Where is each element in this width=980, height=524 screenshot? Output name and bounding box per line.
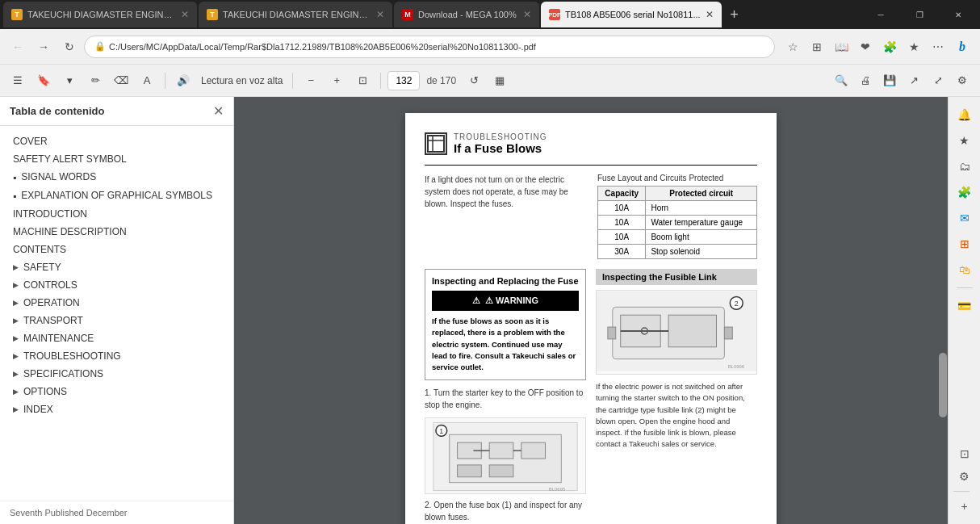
fit-page-button[interactable]: ⊡ bbox=[351, 69, 374, 92]
collections-button[interactable]: ❤ bbox=[854, 36, 877, 58]
star-button[interactable]: ☆ bbox=[781, 36, 804, 58]
eraser-button[interactable]: ⌫ bbox=[110, 69, 132, 92]
back-button[interactable]: ← bbox=[6, 36, 29, 58]
view-mode-button[interactable]: ▦ bbox=[488, 69, 511, 92]
step-2-text: Open the fuse box (1) and inspect for an… bbox=[425, 501, 582, 522]
toc-item-introduction[interactable]: INTRODUCTION bbox=[0, 205, 233, 223]
toc-item-operation[interactable]: ▶ OPERATION bbox=[0, 294, 233, 312]
toc-footer: Seventh Published December bbox=[0, 501, 233, 524]
toc-item-controls[interactable]: ▶ CONTROLS bbox=[0, 276, 233, 294]
sidebar-header: Tabla de contenido ✕ bbox=[0, 97, 233, 126]
minimize-button[interactable]: ─ bbox=[862, 0, 899, 29]
toc-item-index[interactable]: ▶ INDEX bbox=[0, 400, 233, 418]
toc-item-safety[interactable]: ▶ SAFETY bbox=[0, 258, 233, 276]
rs-notifications-icon[interactable]: 🔔 bbox=[953, 103, 976, 126]
rs-office-icon[interactable]: ⊞ bbox=[953, 233, 976, 255]
warning-label: ⚠ WARNING bbox=[485, 296, 538, 306]
zoom-out-button[interactable]: − bbox=[299, 69, 322, 92]
toc-item-contents[interactable]: CONTENTS bbox=[0, 241, 233, 258]
toc-safety-chevron: ▶ bbox=[13, 263, 19, 271]
rs-wallet-icon[interactable]: 💳 bbox=[953, 295, 976, 317]
rs-settings-icon[interactable]: ⚙ bbox=[953, 465, 976, 488]
reader-mode-button[interactable]: 📖 bbox=[830, 36, 852, 58]
fullscreen-button[interactable]: ⤢ bbox=[927, 69, 949, 92]
edge-copilot-button[interactable]: b bbox=[951, 36, 974, 58]
rs-split-screen-icon[interactable]: ⊡ bbox=[953, 442, 976, 465]
fuse-col-capacity: Capacity bbox=[598, 187, 646, 201]
favorites-button[interactable]: ★ bbox=[903, 36, 925, 58]
fuse-circuit-2: Water temperature gauge bbox=[646, 216, 757, 230]
fuse-capacity-1: 10A bbox=[598, 201, 646, 216]
fuse-capacity-4: 30A bbox=[598, 245, 646, 259]
rotate-button[interactable]: ↺ bbox=[463, 69, 485, 92]
toc-item-explanation[interactable]: EXPLANATION OF GRAPHICAL SYMBOLS bbox=[0, 187, 233, 205]
toc-item-maintenance[interactable]: ▶ MAINTENANCE bbox=[0, 329, 233, 347]
toc-item-options[interactable]: ▶ OPTIONS bbox=[0, 383, 233, 400]
step-1-num: 1. bbox=[425, 388, 433, 397]
bookmark-button[interactable]: 🔖 bbox=[32, 69, 55, 92]
right-sidebar: 🔔 ★ 🗂 🧩 ✉ ⊞ 🛍 💳 ⊡ ⚙ + bbox=[948, 97, 980, 524]
toolbar-separator-3 bbox=[380, 73, 381, 89]
refresh-button[interactable]: ↻ bbox=[58, 36, 81, 58]
scrollbar-thumb[interactable] bbox=[939, 353, 947, 417]
draw-button[interactable]: ✏ bbox=[84, 69, 107, 92]
tab-4-close[interactable]: ✕ bbox=[706, 9, 714, 20]
toc-item-troubleshooting[interactable]: ▶ TROUBLESHOOTING bbox=[0, 347, 233, 365]
intro-paragraph: If a light does not turn on or the elect… bbox=[425, 174, 584, 210]
page-header-icon bbox=[425, 132, 447, 155]
rs-shopping-icon[interactable]: 🛍 bbox=[953, 258, 976, 281]
address-input[interactable]: 🔒 C:/Users/MC/AppData/Local/Temp/Rar$Dla… bbox=[84, 36, 775, 58]
tab-3[interactable]: M Download - MEGA 100% ✕ bbox=[394, 2, 539, 27]
toc-maintenance-chevron: ▶ bbox=[13, 334, 19, 342]
extensions-button[interactable]: 🧩 bbox=[878, 36, 901, 58]
menu-button[interactable]: ☰ bbox=[6, 69, 29, 92]
tab-3-favicon: M bbox=[402, 9, 413, 20]
fuse-col-circuit: Protected circuit bbox=[646, 187, 757, 201]
toc-item-transport[interactable]: ▶ TRANSPORT bbox=[0, 312, 233, 329]
toc-item-safety-alert[interactable]: SAFETY ALERT SYMBOL bbox=[0, 150, 233, 168]
tab-3-close[interactable]: ✕ bbox=[523, 9, 531, 20]
search-pdf-button[interactable]: 🔍 bbox=[830, 69, 852, 92]
tab-2-close[interactable]: ✕ bbox=[376, 9, 384, 20]
forward-button[interactable]: → bbox=[32, 36, 55, 58]
reading-label: Lectura en voz alta bbox=[198, 75, 286, 86]
toc-item-cover[interactable]: COVER bbox=[0, 132, 233, 150]
zoom-in-button[interactable]: + bbox=[325, 69, 348, 92]
tab-2[interactable]: T TAKEUCHI DIAGMASTER ENGINE... ✕ bbox=[199, 2, 392, 27]
pdf-viewer[interactable]: TROUBLESHOOTING If a Fuse Blows If a lig… bbox=[234, 97, 948, 524]
toc-item-signal-words[interactable]: SIGNAL WORDS bbox=[0, 168, 233, 187]
fuse-table: Capacity Protected circuit 10A Horn bbox=[597, 186, 757, 259]
rs-add-icon[interactable]: + bbox=[953, 495, 976, 518]
fuse-circuit-1: Horn bbox=[646, 201, 757, 216]
scrollbar-track[interactable] bbox=[938, 97, 948, 524]
sidebar-close-button[interactable]: ✕ bbox=[213, 103, 224, 119]
bookmark-dropdown[interactable]: ▾ bbox=[58, 69, 81, 92]
tab-1-close[interactable]: ✕ bbox=[181, 9, 189, 20]
tab-groups-button[interactable]: ⊞ bbox=[806, 36, 828, 58]
warning-box: ⚠ ⚠ WARNING bbox=[432, 291, 579, 311]
toc-item-machine-desc[interactable]: MACHINE DESCRIPTION bbox=[0, 223, 233, 241]
rs-favorites-icon[interactable]: ★ bbox=[953, 129, 976, 152]
print-button[interactable]: 🖨 bbox=[854, 69, 877, 92]
rs-extensions-icon[interactable]: 🧩 bbox=[953, 181, 976, 203]
tab-4[interactable]: PDF TB108 AB5E006 serial No10811... ✕ bbox=[541, 2, 722, 27]
toc-item-specifications[interactable]: ▶ SPECIFICATIONS bbox=[0, 365, 233, 383]
rs-collections-icon[interactable]: 🗂 bbox=[953, 155, 976, 178]
step-2: 2. Open the fuse box (1) and inspect for… bbox=[425, 499, 586, 523]
close-button[interactable]: ✕ bbox=[940, 0, 977, 29]
highlight-button[interactable]: A bbox=[136, 69, 158, 92]
toc-options-chevron: ▶ bbox=[13, 388, 19, 396]
tab-1[interactable]: T TAKEUCHI DIAGMASTER ENGINE... ✕ bbox=[3, 2, 197, 27]
settings-button[interactable]: ⋯ bbox=[927, 36, 949, 58]
rs-outlook-icon[interactable]: ✉ bbox=[953, 207, 976, 229]
right-column: Fuse Layout and Circuits Protected Capac… bbox=[597, 174, 757, 259]
tab-1-title: TAKEUCHI DIAGMASTER ENGINE... bbox=[27, 10, 176, 19]
share-button[interactable]: ↗ bbox=[903, 69, 925, 92]
page-number-input[interactable] bbox=[387, 71, 420, 90]
more-tools-button[interactable]: ⚙ bbox=[951, 69, 974, 92]
toc-controls-chevron: ▶ bbox=[13, 281, 19, 289]
reading-mode-button[interactable]: 🔊 bbox=[172, 69, 195, 92]
maximize-button[interactable]: ❐ bbox=[901, 0, 938, 29]
save-button[interactable]: 💾 bbox=[878, 69, 901, 92]
new-tab-button[interactable]: + bbox=[723, 3, 746, 26]
